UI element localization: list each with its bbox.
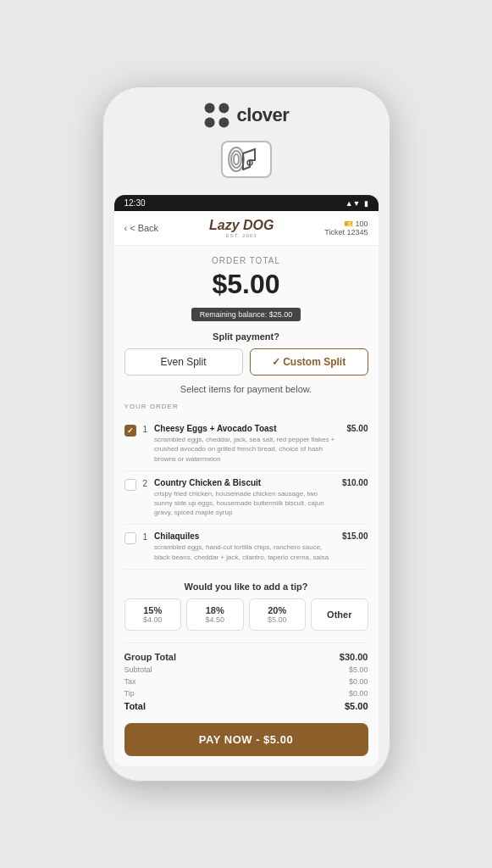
order-total-section: ORDER TOTAL $5.00 Remaining balance: $25…: [124, 256, 368, 321]
signal-icon: ▲▼: [346, 199, 361, 208]
ticket-number: Ticket 12345: [324, 228, 368, 236]
item-name-2: Country Chicken & Biscuit: [154, 478, 335, 487]
item-qty-1: 1: [143, 425, 148, 434]
restaurant-name: Lazy DOG: [209, 218, 274, 233]
tip-15-button[interactable]: 15% $4.00: [124, 598, 182, 631]
item-desc-1: scrambled eggs, cheddar, jack, sea salt,…: [154, 435, 340, 464]
custom-split-button[interactable]: ✓ Custom Split: [250, 348, 368, 376]
tip-section: Would you like to add a tip? 15% $4.00 1…: [124, 581, 368, 631]
item-qty-2: 2: [143, 479, 148, 488]
order-item: 2 Country Chicken & Biscuit crispy fried…: [124, 471, 368, 526]
item-name-1: Cheesy Eggs + Avocado Toast: [154, 424, 340, 433]
group-total-row: Group Total $30.00: [124, 652, 368, 662]
group-total-value: $30.00: [340, 652, 368, 662]
restaurant-logo: Lazy DOG est. 2003: [209, 218, 274, 238]
item-checkbox-3[interactable]: [124, 532, 136, 544]
contactless-payment-icon: [221, 141, 272, 178]
ticket-icon: 🎫: [344, 220, 353, 228]
ticket-count: 🎫 100: [324, 220, 368, 228]
order-total-label: ORDER TOTAL: [124, 256, 368, 265]
back-label: < Back: [130, 223, 158, 233]
svg-rect-1: [218, 103, 229, 114]
app-header: ‹ < Back Lazy DOG est. 2003 🎫 100 Ticket…: [114, 211, 379, 246]
pay-now-button[interactable]: PAY NOW - $5.00: [124, 723, 368, 756]
battery-icon: ▮: [364, 199, 368, 208]
your-order-label: YOUR ORDER: [124, 403, 368, 410]
item-details-2: Country Chicken & Biscuit crispy fried c…: [154, 478, 335, 518]
item-desc-3: scrambled eggs, hand-cut tortilla chips,…: [154, 542, 335, 561]
tip-18-button[interactable]: 18% $4.50: [186, 598, 244, 631]
item-qty-3: 1: [143, 532, 148, 542]
remaining-balance-badge: Remaining balance: $25.00: [191, 308, 301, 321]
back-button[interactable]: ‹ < Back: [124, 223, 159, 233]
tip-20-button[interactable]: 20% $5.00: [249, 598, 307, 631]
tax-label: Tax: [124, 677, 136, 686]
app-content: ORDER TOTAL $5.00 Remaining balance: $25…: [114, 246, 379, 766]
group-total-label: Group Total: [124, 652, 177, 662]
item-checkbox-2[interactable]: [124, 479, 136, 491]
split-question: Split payment?: [124, 331, 368, 342]
item-details-1: Cheesy Eggs + Avocado Toast scrambled eg…: [154, 424, 340, 464]
tip-other-button[interactable]: Other: [311, 598, 368, 631]
tip-buttons: 15% $4.00 18% $4.50 20% $5.00 Other: [124, 598, 368, 631]
item-checkbox-1[interactable]: [124, 425, 136, 437]
tax-value: $0.00: [349, 677, 368, 686]
tip-question: Would you like to add a tip?: [124, 581, 368, 592]
tax-row: Tax $0.00: [124, 677, 368, 686]
svg-rect-3: [218, 118, 229, 128]
subtotal-row: Subtotal $5.00: [124, 665, 368, 674]
tip-18-pct: 18%: [191, 605, 240, 615]
back-arrow-icon: ‹: [124, 223, 128, 233]
item-desc-2: crispy fried chicken, housemade chicken …: [154, 489, 335, 518]
tip-18-amt: $4.50: [191, 615, 240, 624]
svg-rect-0: [204, 103, 214, 114]
order-items-list: 1 Cheesy Eggs + Avocado Toast scrambled …: [124, 417, 368, 570]
clover-brand-name: clover: [237, 104, 290, 126]
restaurant-sub: est. 2003: [209, 233, 274, 238]
subtotal-label: Subtotal: [124, 665, 152, 674]
total-final-row: Total $5.00: [124, 701, 368, 711]
item-details-3: Chilaquiles scrambled eggs, hand-cut tor…: [154, 531, 335, 561]
ticket-info: 🎫 100 Ticket 12345: [324, 220, 368, 236]
subtotal-value: $5.00: [349, 665, 368, 674]
even-split-button[interactable]: Even Split: [124, 348, 243, 376]
clover-logo: clover: [203, 102, 290, 129]
order-total-amount: $5.00: [124, 269, 368, 300]
select-items-label: Select items for payment below.: [124, 384, 368, 394]
item-price-3: $15.00: [342, 531, 368, 541]
status-icons: ▲▼ ▮: [346, 199, 368, 208]
svg-rect-2: [204, 118, 214, 128]
tip-label: Tip: [124, 689, 135, 698]
tip-15-pct: 15%: [129, 605, 178, 615]
status-time: 12:30: [124, 198, 146, 208]
split-buttons: Even Split ✓ Custom Split: [124, 348, 368, 376]
tip-row: Tip $0.00: [124, 689, 368, 698]
tip-other-label: Other: [327, 609, 351, 620]
order-item: 1 Cheesy Eggs + Avocado Toast scrambled …: [124, 417, 368, 471]
status-bar: 12:30 ▲▼ ▮: [114, 195, 379, 211]
item-price-1: $5.00: [346, 424, 368, 433]
phone-top: clover: [114, 102, 379, 195]
phone-device: clover 12:30 ▲▼ ▮ ‹ < Back: [102, 86, 390, 782]
total-label: Total: [124, 701, 146, 711]
item-name-3: Chilaquiles: [154, 531, 335, 541]
total-value: $5.00: [345, 701, 368, 711]
screen: 12:30 ▲▼ ▮ ‹ < Back Lazy DOG est. 2003 🎫…: [114, 195, 379, 766]
clover-brand-icon: [203, 102, 230, 129]
tip-20-amt: $5.00: [253, 615, 302, 624]
order-item: 1 Chilaquiles scrambled eggs, hand-cut t…: [124, 525, 368, 569]
tip-15-amt: $4.00: [129, 615, 178, 624]
totals-section: Group Total $30.00 Subtotal $5.00 Tax $0…: [124, 643, 368, 711]
tip-value: $0.00: [349, 689, 368, 698]
item-price-2: $10.00: [342, 478, 368, 487]
tip-20-pct: 20%: [253, 605, 302, 615]
svg-point-4: [234, 154, 239, 164]
